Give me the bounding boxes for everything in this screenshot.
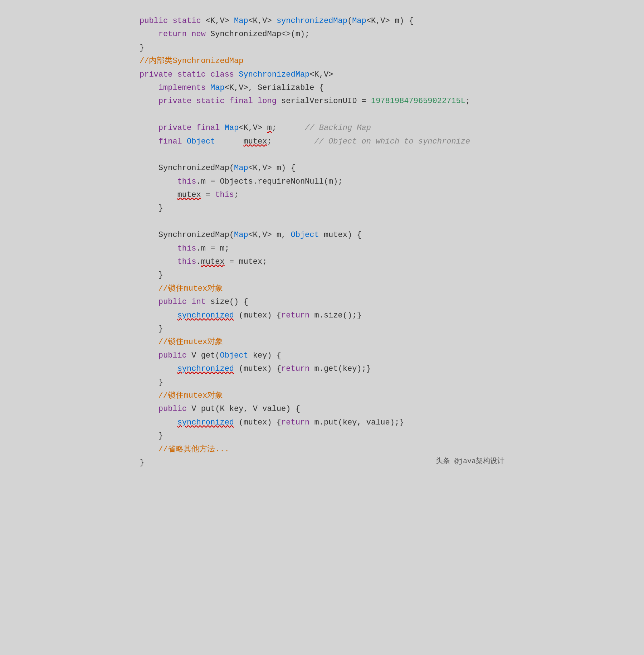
code-line-24: } xyxy=(140,322,504,335)
code-line-5: private static class SynchronizedMap<K,V… xyxy=(140,68,504,81)
code-line-14: mutex = this; xyxy=(140,188,504,202)
code-line-2: return new SynchronizedMap<>(m); xyxy=(140,28,504,41)
code-line-8 xyxy=(140,108,504,121)
code-line-17: SynchronizedMap(Map<K,V> m, Object mutex… xyxy=(140,228,504,242)
code-line-33: //省略其他方法... xyxy=(140,443,504,456)
code-line-16 xyxy=(140,215,504,228)
code-line-31: synchronized (mutex) {return m.put(key, … xyxy=(140,416,504,429)
code-line-12: SynchronizedMap(Map<K,V> m) { xyxy=(140,161,504,175)
watermark: 头条 @java架构设计 xyxy=(436,456,504,466)
code-line-25: //锁住mutex对象 xyxy=(140,335,504,349)
code-container: public static <K,V> Map<K,V> synchronize… xyxy=(125,7,519,476)
code-line-4: //内部类SynchronizedMap xyxy=(140,54,504,68)
code-line-22: public int size() { xyxy=(140,295,504,309)
code-line-7: private static final long serialVersionU… xyxy=(140,94,504,108)
code-line-20: } xyxy=(140,268,504,282)
code-line-19: this.mutex = mutex; xyxy=(140,255,504,268)
code-line-23: synchronized (mutex) {return m.size();} xyxy=(140,309,504,322)
code-line-15: } xyxy=(140,202,504,215)
code-line-29: //锁住mutex对象 xyxy=(140,389,504,402)
code-line-13: this.m = Objects.requireNonNull(m); xyxy=(140,175,504,188)
code-block: public static <K,V> Map<K,V> synchronize… xyxy=(140,14,504,469)
code-line-21: //锁住mutex对象 xyxy=(140,282,504,295)
code-line-9: private final Map<K,V> m; // Backing Map xyxy=(140,121,504,135)
code-line-18: this.m = m; xyxy=(140,242,504,255)
code-line-30: public V put(K key, V value) { xyxy=(140,402,504,416)
code-line-3: } xyxy=(140,41,504,54)
code-line-10: final Object mutex; // Object on which t… xyxy=(140,135,504,148)
code-line-11 xyxy=(140,148,504,161)
code-line-32: } xyxy=(140,429,504,442)
code-line-28: } xyxy=(140,376,504,389)
code-line-1: public static <K,V> Map<K,V> synchronize… xyxy=(140,14,504,28)
code-line-6: implements Map<K,V>, Serializable { xyxy=(140,81,504,94)
code-line-26: public V get(Object key) { xyxy=(140,349,504,362)
code-line-27: synchronized (mutex) {return m.get(key);… xyxy=(140,362,504,375)
